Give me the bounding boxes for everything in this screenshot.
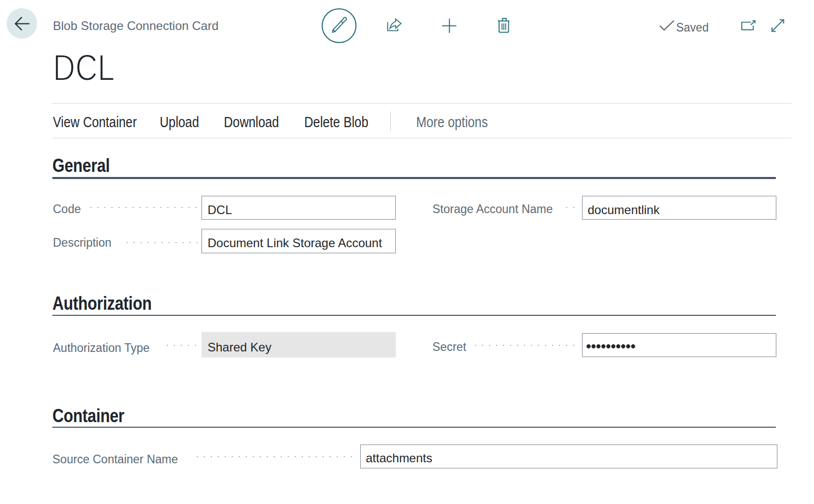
- svg-text:DCL: DCL: [53, 47, 115, 88]
